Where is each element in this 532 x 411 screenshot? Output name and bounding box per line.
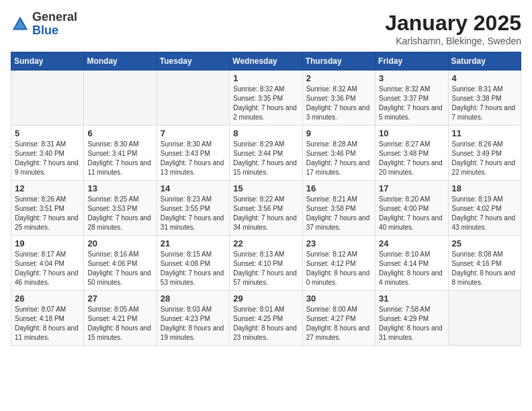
logo: General Blue xyxy=(11,11,77,38)
day-number: 3 xyxy=(379,73,444,83)
day-number: 2 xyxy=(306,73,371,83)
day-info: Sunrise: 8:10 AMSunset: 4:14 PMDaylight:… xyxy=(379,250,444,287)
day-info: Sunrise: 8:01 AMSunset: 4:25 PMDaylight:… xyxy=(233,305,298,342)
day-number: 16 xyxy=(306,183,371,193)
calendar-cell: 24Sunrise: 8:10 AMSunset: 4:14 PMDayligh… xyxy=(375,236,448,291)
calendar-cell: 26Sunrise: 8:07 AMSunset: 4:18 PMDayligh… xyxy=(11,291,84,346)
calendar-cell: 29Sunrise: 8:01 AMSunset: 4:25 PMDayligh… xyxy=(230,291,302,346)
day-info: Sunrise: 8:05 AMSunset: 4:21 PMDaylight:… xyxy=(87,305,152,342)
weekday-header-row: SundayMondayTuesdayWednesdayThursdayFrid… xyxy=(11,52,521,71)
day-info: Sunrise: 8:30 AMSunset: 3:43 PMDaylight:… xyxy=(161,140,226,177)
logo-icon xyxy=(11,15,30,34)
day-info: Sunrise: 8:31 AMSunset: 3:40 PMDaylight:… xyxy=(15,140,80,177)
day-info: Sunrise: 8:28 AMSunset: 3:46 PMDaylight:… xyxy=(306,140,371,177)
day-info: Sunrise: 8:17 AMSunset: 4:04 PMDaylight:… xyxy=(15,250,80,287)
day-number: 11 xyxy=(452,128,517,138)
day-info: Sunrise: 8:30 AMSunset: 3:41 PMDaylight:… xyxy=(87,140,152,177)
day-number: 24 xyxy=(379,238,444,248)
day-number: 20 xyxy=(87,238,152,248)
calendar-cell: 11Sunrise: 8:26 AMSunset: 3:49 PMDayligh… xyxy=(448,126,521,181)
calendar-cell: 14Sunrise: 8:23 AMSunset: 3:55 PMDayligh… xyxy=(157,181,229,236)
page-header: General Blue January 2025 Karlshamn, Ble… xyxy=(11,11,521,46)
logo-text: General Blue xyxy=(32,11,77,38)
day-number: 6 xyxy=(87,128,152,138)
calendar-cell xyxy=(11,71,84,126)
day-info: Sunrise: 8:20 AMSunset: 4:00 PMDaylight:… xyxy=(379,195,444,232)
weekday-header-wednesday: Wednesday xyxy=(230,52,302,71)
calendar-cell: 23Sunrise: 8:12 AMSunset: 4:12 PMDayligh… xyxy=(302,236,375,291)
calendar-cell: 21Sunrise: 8:15 AMSunset: 4:08 PMDayligh… xyxy=(157,236,229,291)
day-number: 12 xyxy=(15,183,80,193)
day-info: Sunrise: 8:03 AMSunset: 4:23 PMDaylight:… xyxy=(161,305,226,342)
day-number: 10 xyxy=(379,128,444,138)
day-info: Sunrise: 8:26 AMSunset: 3:51 PMDaylight:… xyxy=(15,195,80,232)
day-number: 21 xyxy=(161,238,226,248)
calendar-table: SundayMondayTuesdayWednesdayThursdayFrid… xyxy=(11,52,521,346)
day-info: Sunrise: 8:22 AMSunset: 3:56 PMDaylight:… xyxy=(233,195,298,232)
day-info: Sunrise: 8:12 AMSunset: 4:12 PMDaylight:… xyxy=(306,250,371,287)
calendar-cell: 28Sunrise: 8:03 AMSunset: 4:23 PMDayligh… xyxy=(157,291,229,346)
calendar-week-5: 26Sunrise: 8:07 AMSunset: 4:18 PMDayligh… xyxy=(11,291,521,346)
calendar-cell: 4Sunrise: 8:31 AMSunset: 3:38 PMDaylight… xyxy=(448,71,521,126)
calendar-cell: 16Sunrise: 8:21 AMSunset: 3:58 PMDayligh… xyxy=(302,181,375,236)
calendar-cell: 19Sunrise: 8:17 AMSunset: 4:04 PMDayligh… xyxy=(11,236,84,291)
day-number: 4 xyxy=(452,73,517,83)
calendar-cell: 6Sunrise: 8:30 AMSunset: 3:41 PMDaylight… xyxy=(84,126,157,181)
calendar-cell: 10Sunrise: 8:27 AMSunset: 3:48 PMDayligh… xyxy=(375,126,448,181)
calendar-cell: 17Sunrise: 8:20 AMSunset: 4:00 PMDayligh… xyxy=(375,181,448,236)
calendar-week-2: 5Sunrise: 8:31 AMSunset: 3:40 PMDaylight… xyxy=(11,126,521,181)
weekday-header-friday: Friday xyxy=(375,52,448,71)
calendar-cell: 22Sunrise: 8:13 AMSunset: 4:10 PMDayligh… xyxy=(230,236,302,291)
day-number: 29 xyxy=(233,293,298,304)
calendar-cell: 20Sunrise: 8:16 AMSunset: 4:06 PMDayligh… xyxy=(84,236,157,291)
day-number: 30 xyxy=(306,293,371,304)
day-number: 8 xyxy=(233,128,298,138)
day-number: 26 xyxy=(15,293,80,304)
calendar-cell: 13Sunrise: 8:25 AMSunset: 3:53 PMDayligh… xyxy=(84,181,157,236)
day-number: 15 xyxy=(233,183,298,193)
day-number: 1 xyxy=(233,73,298,83)
logo-general-text: General xyxy=(32,11,77,24)
day-info: Sunrise: 8:13 AMSunset: 4:10 PMDaylight:… xyxy=(233,250,298,287)
calendar-cell: 8Sunrise: 8:29 AMSunset: 3:44 PMDaylight… xyxy=(230,126,302,181)
calendar-cell: 1Sunrise: 8:32 AMSunset: 3:35 PMDaylight… xyxy=(230,71,302,126)
day-number: 31 xyxy=(379,293,444,304)
calendar-cell: 15Sunrise: 8:22 AMSunset: 3:56 PMDayligh… xyxy=(230,181,302,236)
day-info: Sunrise: 7:58 AMSunset: 4:29 PMDaylight:… xyxy=(379,305,444,342)
day-info: Sunrise: 8:25 AMSunset: 3:53 PMDaylight:… xyxy=(87,195,152,232)
calendar-cell xyxy=(448,291,521,346)
day-number: 23 xyxy=(306,238,371,248)
weekday-header-monday: Monday xyxy=(84,52,157,71)
calendar-cell: 7Sunrise: 8:30 AMSunset: 3:43 PMDaylight… xyxy=(157,126,229,181)
day-info: Sunrise: 8:16 AMSunset: 4:06 PMDaylight:… xyxy=(87,250,152,287)
day-info: Sunrise: 8:31 AMSunset: 3:38 PMDaylight:… xyxy=(452,85,517,122)
calendar-cell: 30Sunrise: 8:00 AMSunset: 4:27 PMDayligh… xyxy=(302,291,375,346)
day-number: 19 xyxy=(15,238,80,248)
calendar-cell: 2Sunrise: 8:32 AMSunset: 3:36 PMDaylight… xyxy=(302,71,375,126)
day-info: Sunrise: 8:32 AMSunset: 3:36 PMDaylight:… xyxy=(306,85,371,122)
day-number: 18 xyxy=(452,183,517,193)
day-info: Sunrise: 8:07 AMSunset: 4:18 PMDaylight:… xyxy=(15,305,80,342)
calendar-cell: 25Sunrise: 8:08 AMSunset: 4:16 PMDayligh… xyxy=(448,236,521,291)
day-number: 17 xyxy=(379,183,444,193)
month-title: January 2025 xyxy=(385,11,521,36)
day-number: 7 xyxy=(161,128,226,138)
calendar-cell xyxy=(157,71,229,126)
location-title: Karlshamn, Blekinge, Sweden xyxy=(385,36,521,46)
day-info: Sunrise: 8:32 AMSunset: 3:37 PMDaylight:… xyxy=(379,85,444,122)
calendar-cell: 27Sunrise: 8:05 AMSunset: 4:21 PMDayligh… xyxy=(84,291,157,346)
day-info: Sunrise: 8:23 AMSunset: 3:55 PMDaylight:… xyxy=(161,195,226,232)
day-number: 25 xyxy=(452,238,517,248)
day-number: 22 xyxy=(233,238,298,248)
calendar-cell: 9Sunrise: 8:28 AMSunset: 3:46 PMDaylight… xyxy=(302,126,375,181)
calendar-cell: 18Sunrise: 8:19 AMSunset: 4:02 PMDayligh… xyxy=(448,181,521,236)
weekday-header-saturday: Saturday xyxy=(448,52,521,71)
day-info: Sunrise: 8:19 AMSunset: 4:02 PMDaylight:… xyxy=(452,195,517,232)
title-block: January 2025 Karlshamn, Blekinge, Sweden xyxy=(385,11,521,46)
calendar-cell xyxy=(84,71,157,126)
calendar-cell: 12Sunrise: 8:26 AMSunset: 3:51 PMDayligh… xyxy=(11,181,84,236)
day-number: 9 xyxy=(306,128,371,138)
day-number: 13 xyxy=(87,183,152,193)
day-info: Sunrise: 8:32 AMSunset: 3:35 PMDaylight:… xyxy=(233,85,298,122)
calendar-week-4: 19Sunrise: 8:17 AMSunset: 4:04 PMDayligh… xyxy=(11,236,521,291)
